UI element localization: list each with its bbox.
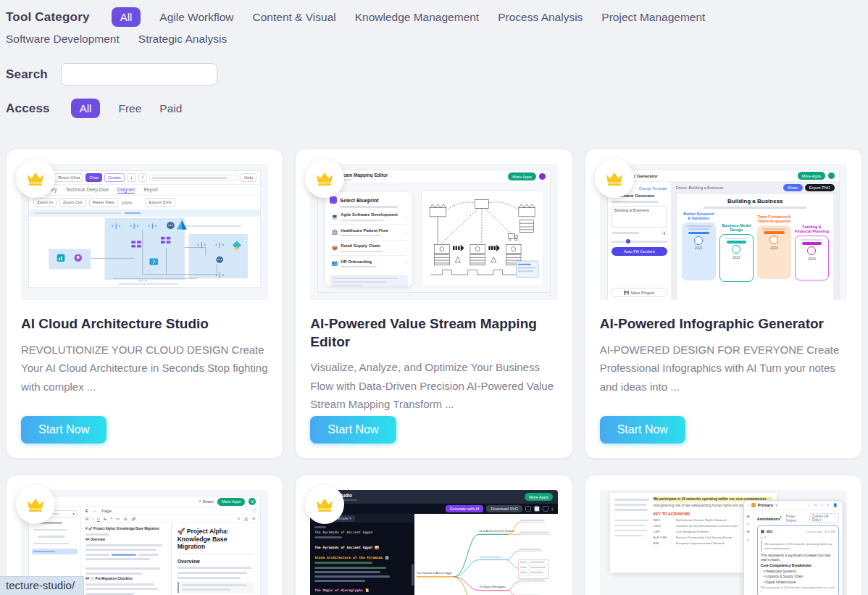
text-line [612, 201, 658, 203]
premium-badge [305, 159, 344, 198]
search-label: Search [6, 67, 48, 82]
breakdown-item: • Digital Infrastructure [761, 581, 835, 584]
breakdown-item-label: Logistics & Supply Chain [766, 575, 804, 578]
author-avatar [761, 530, 764, 533]
category-label: Tool Category [6, 10, 90, 25]
tool-description: AI-POWERED DESIGN FOR EVERYONE Create Pr… [600, 341, 847, 396]
mini-header: Value Stream Mapping Editor More Apps [318, 170, 549, 183]
link-preview-statusbar: tecture-studio/ [0, 576, 84, 595]
text-line [85, 593, 134, 595]
tool-title: AI Cloud Architecture Studio [21, 315, 268, 333]
tool-title: AI-Powered Infographic Generator [600, 315, 847, 333]
infographic-section: Business Model Design 2022 [719, 223, 754, 282]
link-icon: 🔗 [131, 517, 136, 521]
chevron-down-icon: ▾ [72, 512, 75, 516]
code-line: Stone Architecture of the Pyramids 🏛️ [314, 556, 411, 559]
generate-with-ai-button: Generate with AI [446, 505, 484, 512]
text-line [614, 509, 648, 511]
filter-dropdown: Current Lbl Only ▾ [809, 513, 839, 523]
label-name: Primary [758, 503, 774, 507]
category-strategic-analysis[interactable]: Strategic Analysis [138, 33, 227, 46]
crown-icon [25, 494, 46, 515]
markdown-editor: The Pyramids of Ancient Egypt The Pyrami… [310, 523, 414, 595]
code-line: The Pyramids of Ancient Egypt 🏜️ [314, 546, 411, 549]
crown-icon [314, 167, 335, 189]
more-apps-button: More Apps [217, 498, 245, 506]
category-pill-all[interactable]: All [112, 7, 141, 27]
thumbnail-vsm-editor: Value Stream Mapping Editor More Apps [310, 164, 557, 300]
text-line [341, 251, 383, 252]
annotation-card: abc 2 hours ago · 4:11 PM p. 9 We partic… [757, 525, 839, 595]
mini-diagram-controls: Zoom In Zoom Out Reset View 100% Export … [29, 196, 260, 209]
page-label: Page [101, 509, 112, 513]
start-now-button[interactable]: Start Now [600, 416, 685, 444]
card-markmap-studio[interactable]: Markmap Studio More Apps Generate with A… [295, 475, 572, 595]
category-process-analysis[interactable]: Process Analysis [498, 11, 583, 24]
powerbi-icon [57, 254, 65, 262]
label-color-swatch [751, 503, 756, 507]
breakdown-item-label: Digital Infrastructure [766, 581, 796, 584]
text-line [614, 504, 646, 506]
card-ai-cloud-architecture-studio[interactable]: + New Reset Chat Chat Create ⤓ ⤒ Help Di… [6, 149, 283, 459]
category-agile-workflow[interactable]: Agile Workflow [159, 11, 233, 24]
acronym-value: Coalition for the International Criminal… [676, 524, 738, 528]
mini-tab-report: Report [143, 187, 158, 194]
change-template-link: Change Template [639, 186, 667, 191]
mini-create-button: Create [104, 173, 125, 182]
collapse-icon: › [748, 503, 749, 507]
text-line [314, 571, 380, 573]
search-row: Search [6, 63, 862, 86]
mini-header: Markmap Studio More Apps [310, 490, 557, 504]
text-line [33, 551, 55, 553]
tool-description: Visualize, Analyze, and Optimize Your Bu… [310, 358, 557, 414]
text-line [85, 544, 162, 546]
card-value-stream-mapping-editor[interactable]: Value Stream Mapping Editor More Apps [295, 149, 572, 459]
access-free[interactable]: Free [118, 102, 141, 115]
search-input[interactable] [61, 63, 217, 86]
share-link: ↗ Share [198, 499, 214, 504]
avatar: V [249, 498, 256, 505]
mini-reset-chat-button: Reset Chat [54, 173, 83, 182]
section-icon [732, 245, 740, 254]
mini-body: ☰ Load Example × The Pyramids of Ancient… [310, 514, 557, 595]
start-now-button[interactable]: Start Now [310, 416, 396, 444]
md-heading: ## Overview [85, 538, 167, 541]
italic-icon: I [92, 517, 93, 521]
blueprint-item: 💻 Agile Software Development › [330, 209, 408, 225]
category-project-management[interactable]: Project Management [601, 11, 705, 24]
access-paid[interactable]: Paid [159, 102, 182, 115]
annotations-tab: Annotations1 [757, 516, 782, 521]
panel-icon-rail: ◉ ∿ ⚑ ✎ [744, 510, 754, 595]
card-infographic-generator[interactable]: Infographic Generator More Apps Editor C… [585, 149, 862, 459]
text-line [85, 583, 154, 586]
code-line: The Pyramids of Ancient Egypt [314, 530, 411, 534]
card-pdf-annotator[interactable]: We participate in 19 networks operating … [585, 475, 862, 595]
text-line [182, 588, 231, 591]
code-line: The Magic of Hieroglyphs 📜 [314, 588, 411, 592]
access-pill-all[interactable]: All [71, 99, 101, 118]
text-line [614, 520, 648, 522]
start-now-button[interactable]: Start Now [21, 416, 107, 444]
blueprint-item: 🏥 Healthcare Patient Flow › [330, 225, 408, 241]
share-button: Share [783, 184, 803, 191]
note-timestamp: 2 hours ago · 4:11 PM [806, 530, 835, 533]
tool-title: AI-Powered Value Stream Mapping Editor [310, 315, 557, 351]
acronym-value: Eastern Partnership Civil Society Forum [676, 536, 733, 539]
active-page-item [32, 549, 78, 554]
mindmap-branch-label: Stone Architecture of the Pyramids [479, 529, 514, 532]
scrollbar[interactable] [412, 564, 414, 586]
annotations-panel: › Primary ▾ ⌕ ⇅ ⤒ ? 👤 ◉ ∿ ⚑ ✎ [743, 500, 843, 595]
svg-text:‹·›: ‹·› [138, 278, 147, 283]
preview-title: 🚀 Project Alpha: Knowledge Base Migratio… [178, 528, 255, 551]
text-line [341, 266, 377, 267]
blueprint-name: Retail Supply Chain [341, 244, 383, 249]
editor-sidebar: Editor Change Template Content Generator… [608, 182, 672, 300]
category-knowledge-management[interactable]: Knowledge Management [355, 11, 479, 24]
category-content-visual[interactable]: Content & Visual [253, 11, 336, 24]
text-line [314, 580, 364, 582]
mini-window: + New Reset Chat Chat Create ⤓ ⤒ Help Di… [28, 170, 261, 288]
breakdown-item: • Healthcare Systems [761, 570, 835, 573]
auto-fill-button: Auto Fill Content [612, 247, 667, 256]
category-software-development[interactable]: Software Development [6, 33, 120, 46]
md-heading: ## 📋 Pre-Migration Checklist [85, 577, 167, 581]
